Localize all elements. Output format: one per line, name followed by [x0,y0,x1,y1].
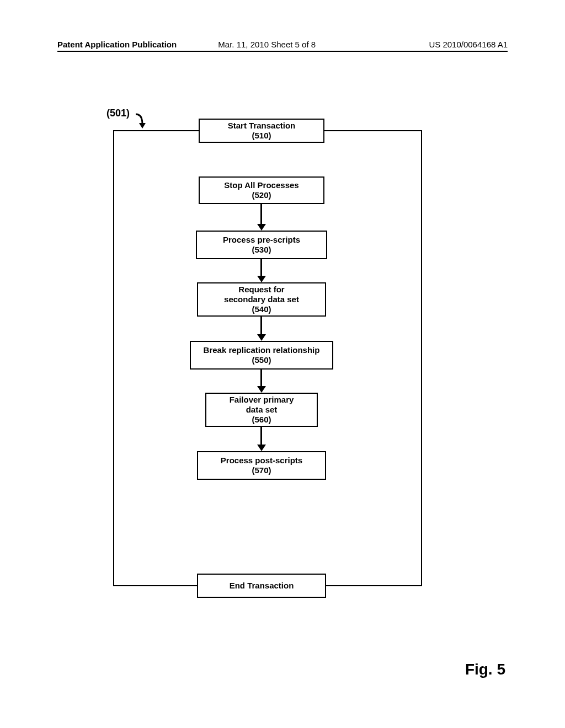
box-pre-line1: Process pre-scripts [223,235,300,245]
header-rule [57,51,508,52]
box-start-line1: Start Transaction [228,121,296,131]
header-left: Patent Application Publication [57,40,177,49]
box-stop-line2: (520) [252,190,271,200]
header: Patent Application Publication Mar. 11, … [0,40,565,54]
box-end-line1: End Transaction [230,581,294,591]
figure-label: Fig. 5 [465,661,505,678]
header-right: US 2010/0064168 A1 [429,40,508,49]
arrow-560-570 [260,427,263,451]
ref-501-arrow-icon [135,113,149,130]
box-req-line3: (540) [252,304,271,314]
box-failover: Failover primary data set (560) [205,393,318,427]
box-pre-scripts: Process pre-scripts (530) [196,231,327,259]
arrow-540-550 [260,317,263,341]
box-break-replication: Break replication relationship (550) [190,341,333,370]
box-post-line2: (570) [252,465,271,475]
box-stop-processes: Stop All Processes (520) [199,176,324,204]
box-post-scripts: Process post-scripts (570) [197,451,326,480]
box-end-transaction: End Transaction [197,574,326,598]
box-fail-line1: Failover primary [230,395,294,405]
box-pre-line2: (530) [252,245,271,255]
box-req-line2: secondary data set [224,295,299,304]
arrow-550-560 [260,370,263,393]
page: Patent Application Publication Mar. 11, … [0,0,565,728]
box-start-transaction: Start Transaction (510) [199,119,324,143]
box-fail-line3: (560) [252,415,271,425]
arrow-530-540 [260,259,263,282]
box-start-line2: (510) [252,131,271,141]
header-mid: Mar. 11, 2010 Sheet 5 of 8 [218,40,316,49]
box-stop-line1: Stop All Processes [224,180,299,190]
box-fail-line2: data set [246,405,278,415]
box-break-line1: Break replication relationship [204,345,320,355]
box-request-secondary: Request for secondary data set (540) [197,282,326,317]
arrow-520-530 [260,204,263,231]
box-post-line1: Process post-scripts [221,456,302,465]
ref-501-label: (501) [106,108,130,119]
box-break-line2: (550) [252,355,271,365]
box-req-line1: Request for [238,285,284,295]
